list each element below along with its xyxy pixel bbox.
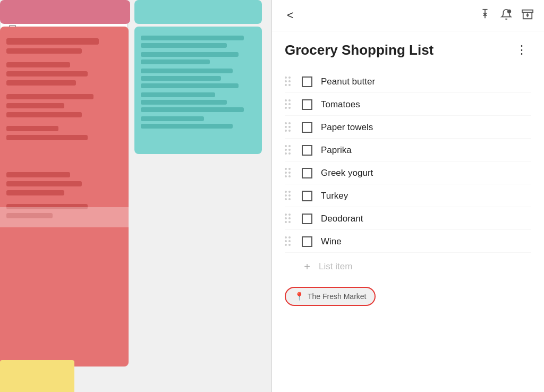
note-title: Grocery Shopping List — [285, 42, 434, 58]
drag-handle — [285, 76, 295, 87]
drag-handle — [285, 236, 295, 247]
right-panel: < — [271, 0, 544, 392]
top-bar: < — [272, 0, 544, 31]
item-label: Paprika — [321, 145, 531, 156]
teal-top-card — [134, 0, 262, 24]
left-panel: Grocery Shopping List Peanut butter Toma… — [0, 0, 271, 392]
drag-handle — [285, 191, 295, 201]
checkbox-wine[interactable] — [302, 236, 312, 247]
location-pin-icon-large: 📍 — [294, 292, 304, 301]
checklist: Peanut butter Tomatoes Paper towel — [285, 71, 531, 253]
list-item: Wine — [285, 231, 531, 253]
pin-icon[interactable] — [479, 8, 491, 23]
list-item: Turkey — [285, 185, 531, 207]
add-item-row[interactable]: + List item — [285, 255, 531, 278]
list-item: Tomatoes — [285, 94, 531, 116]
location-badge-large[interactable]: 📍 The Fresh Market — [285, 287, 376, 306]
checkbox-deodorant[interactable] — [302, 214, 312, 224]
checkbox-paprika[interactable] — [302, 145, 312, 156]
note-header: Grocery Shopping List ⋮ — [285, 42, 531, 58]
red-top-card — [0, 0, 130, 24]
yellow-bottom-card — [0, 360, 74, 392]
drag-handle — [285, 168, 295, 178]
location-label-large: The Fresh Market — [308, 292, 366, 301]
list-item: Paprika — [285, 140, 531, 161]
item-label: Paper towels — [321, 122, 531, 133]
back-button[interactable]: < — [283, 6, 298, 24]
more-options-button[interactable]: ⋮ — [513, 42, 531, 58]
checkbox-tomatoes[interactable] — [302, 99, 312, 110]
checkbox-greek-yogurt[interactable] — [302, 168, 312, 178]
checkbox-paper-towels[interactable] — [302, 122, 312, 133]
item-label: Turkey — [321, 191, 531, 201]
teal-main-card — [134, 27, 262, 154]
add-item-placeholder: List item — [319, 261, 352, 272]
drag-handle — [285, 99, 295, 110]
list-item: Greek yogurt — [285, 163, 531, 184]
item-label: Wine — [321, 236, 531, 247]
item-label: Peanut butter — [321, 76, 531, 87]
checkbox-turkey[interactable] — [302, 191, 312, 201]
note-content: Grocery Shopping List ⋮ Peanut butter — [272, 31, 544, 392]
svg-point-1 — [507, 9, 511, 13]
drag-handle — [285, 145, 295, 156]
drag-handle — [285, 214, 295, 224]
bell-icon[interactable] — [500, 8, 512, 23]
checkbox-peanut-butter[interactable] — [302, 76, 312, 87]
archive-icon[interactable] — [522, 8, 533, 23]
list-item: Deodorant — [285, 208, 531, 230]
item-label: Deodorant — [321, 214, 531, 224]
list-item: Peanut butter — [285, 71, 531, 93]
drag-handle — [285, 122, 295, 133]
top-bar-icons — [479, 8, 533, 23]
svg-rect-2 — [522, 10, 533, 12]
item-label: Tomatoes — [321, 99, 531, 110]
item-label: Greek yogurt — [321, 168, 531, 178]
list-item: Paper towels — [285, 117, 531, 139]
red-main-card — [0, 27, 129, 367]
add-icon: + — [302, 261, 312, 272]
top-bar-left: < — [283, 6, 298, 24]
